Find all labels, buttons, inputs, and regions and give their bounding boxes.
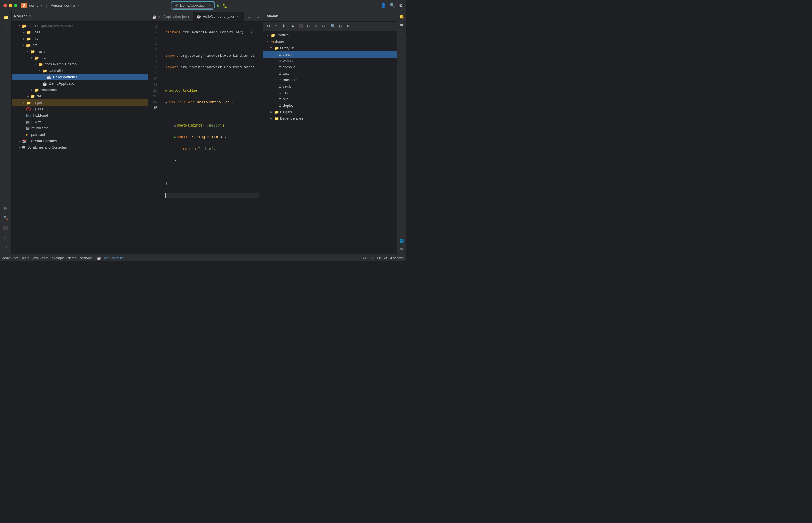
tab-options-icon[interactable]: ⋯ (254, 14, 261, 21)
tab-dropdown-icon[interactable]: ▼ (246, 14, 252, 21)
settings-icon[interactable]: ⚙ (399, 3, 403, 8)
sidebar-item-controller[interactable]: ▼ 📂 controller (12, 68, 148, 74)
search-icon[interactable]: 🔍 (390, 3, 395, 8)
folder-open-icon: 📂 (38, 62, 43, 67)
problems-icon[interactable]: ⚠ (1, 233, 11, 242)
goal-icon: ⚙ (278, 65, 282, 70)
run-more-button[interactable]: ⋮ (230, 3, 234, 8)
maven-tab-icon[interactable]: m (398, 21, 405, 28)
encoding[interactable]: UTF-8 (377, 256, 387, 260)
run-tool-icon[interactable]: ▶ (1, 203, 11, 213)
chevron-icon: ▼ (21, 101, 25, 104)
code-editor[interactable]: 1 2 3 4 5 6 7 8 9 10 11 12 13 14 15 pack… (148, 21, 263, 254)
maven-item-package[interactable]: ⚙ package (263, 77, 397, 83)
build-icon[interactable]: 🔨 (1, 213, 11, 222)
sidebar-item-java[interactable]: ▼ 📂 java (12, 55, 148, 61)
maven-header: Maven (263, 11, 397, 21)
maven-collapse-icon[interactable]: ⊟ (337, 23, 344, 30)
debug-button[interactable]: 🐛 (222, 3, 227, 8)
tab-hello-controller[interactable]: ☕ HelloController.java ✕ (193, 12, 244, 21)
sidebar-item-idea[interactable]: ▶ 📁 .idea (12, 29, 148, 35)
maven-settings-icon[interactable]: ⚙ (345, 23, 352, 30)
maven-download-icon[interactable]: ⬇ (280, 23, 287, 30)
tab-demo-application[interactable]: ☕ moApplication.java (148, 12, 193, 21)
maven-item-site[interactable]: ⚙ site (263, 96, 397, 102)
maven-item-install[interactable]: ⚙ install (263, 90, 397, 96)
indent-setting[interactable]: 4 spaces (390, 256, 404, 260)
code-content[interactable]: package com.example.demo.controller; ✓ i… (162, 21, 263, 254)
line-numbers: 1 2 3 4 5 6 7 8 9 10 11 12 13 14 15 (148, 21, 162, 254)
sidebar-item-src[interactable]: ▼ 📂 src (12, 42, 148, 48)
gradle-icon[interactable]: m (398, 245, 405, 252)
sidebar-item-pom-xml[interactable]: m pom.xml (12, 131, 148, 138)
title-bar: D demo ▼ | Version control ▼ ⚙ DemoAppli… (0, 0, 406, 11)
code-line-11: return "hello"; (165, 146, 259, 152)
code-line-3: import org.springframework.web.bind.anno… (165, 53, 259, 59)
run-button[interactable]: ▶ (216, 3, 220, 8)
java-file-icon: ☕ (42, 82, 47, 86)
maven-item-dependencies[interactable]: ▶ 📁 Dependencies (263, 115, 397, 122)
sidebar-item-help-md[interactable]: M↓ HELP.md (12, 112, 148, 119)
notifications-icon[interactable]: 🔔 (398, 13, 405, 20)
sidebar-item-main[interactable]: ▼ 📂 main (12, 48, 148, 55)
minimize-button[interactable] (9, 4, 12, 7)
maven-item-compile[interactable]: ⚙ compile (263, 64, 397, 70)
sidebar-item-hello-controller[interactable]: ☕ HelloController (12, 74, 148, 80)
maven-add-icon[interactable]: ⊕ (272, 23, 279, 30)
maven-item-deploy[interactable]: ⚙ deploy (263, 102, 397, 109)
sidebar-item-mvnw-cmd[interactable]: ▤ mvnw.cmd (12, 125, 148, 131)
globe-icon[interactable]: 🌐 (398, 237, 405, 244)
sidebar-item-resources[interactable]: ▶ 📁 resources (12, 87, 148, 93)
commit-icon[interactable]: ✓ (1, 23, 11, 32)
sidebar-item-scratches-consoles[interactable]: ▶ ☰ Scratches and Consoles (12, 144, 148, 151)
goal-icon: ⚙ (278, 97, 282, 102)
terminal-icon[interactable]: ⬛ (1, 223, 11, 232)
maven-item-plugins[interactable]: ▶ 📁 Plugins (263, 109, 397, 115)
maximize-button[interactable] (14, 4, 17, 7)
sidebar-item-mvnw[interactable]: ▤ mvnw (12, 119, 148, 125)
maven-item-clean[interactable]: ⚙ clean (263, 51, 397, 58)
sidebar-item-target[interactable]: ▼ 📁 target (12, 100, 148, 106)
code-line-2 (165, 41, 259, 47)
profile-icon[interactable]: 👤 (381, 3, 386, 8)
sidebar-item-mvn[interactable]: ▶ 📁 .mvn (12, 35, 148, 42)
xml-icon: m (26, 133, 30, 137)
sidebar-item-test[interactable]: ▶ 📁 test (12, 93, 148, 100)
sidebar-item-demo-application[interactable]: ☕ DemoApplication (12, 80, 148, 87)
structure-icon[interactable]: ⋮ (1, 33, 11, 42)
version-control-menu[interactable]: Version control ▼ (51, 3, 80, 7)
tab-close-button[interactable]: ✕ (236, 15, 240, 19)
maven-item-verify[interactable]: ⚙ verify (263, 83, 397, 90)
maven-item-profiles[interactable]: ▶ 📁 Profiles (263, 32, 397, 38)
maven-toggle-offline-icon[interactable]: ⊘ (312, 23, 319, 30)
maven-debug-icon[interactable]: ⬛ (297, 23, 304, 30)
tab-bar: ☕ moApplication.java ☕ HelloController.j… (148, 11, 263, 21)
sidebar-item-demo-root[interactable]: ▼ 📂 demo ~/project/java/test/demo (12, 23, 148, 29)
sidebar-item-external-libraries[interactable]: ▶ 📚 External Libraries (12, 138, 148, 144)
sidebar-item-com-example-demo[interactable]: ▼ 📂 com.example.demo (12, 61, 148, 68)
maven-close-icon[interactable]: ✕ (320, 23, 327, 30)
maven-item-test[interactable]: ⚙ test (263, 70, 397, 77)
maven-skip-tests-icon[interactable]: ⊗ (305, 23, 312, 30)
tab-more-area: ▼ ⋯ (244, 14, 263, 21)
maven-search-icon[interactable]: 🔍 (330, 23, 336, 30)
project-view-icon[interactable]: 📁 (1, 13, 11, 22)
maven-refresh-icon[interactable]: ↻ (265, 23, 272, 30)
chevron-icon: ▼ (34, 63, 38, 66)
maven-item-lifecycle[interactable]: ▼ 📁 Lifecycle (263, 45, 397, 51)
project-name[interactable]: demo ▼ (29, 3, 42, 7)
goal-icon: ⚙ (278, 78, 282, 82)
external-libs-icon: 📚 (22, 139, 27, 143)
line-ending[interactable]: LF (370, 256, 374, 260)
sidebar-item-gitignore[interactable]: 🚫 .gitignore (12, 106, 148, 112)
maven-item-demo[interactable]: ▼ m demo (263, 38, 397, 45)
list-icon[interactable]: ≡ (398, 29, 405, 36)
folder-open-icon: 📂 (34, 56, 39, 60)
git-icon[interactable]: ⑂ (1, 243, 11, 252)
maven-run-icon[interactable]: ▶ (289, 23, 297, 30)
close-button[interactable] (3, 4, 7, 7)
run-configuration[interactable]: ⚙ DemoApplication ▼ (172, 2, 214, 9)
folder-icon: 📁 (34, 88, 39, 92)
cursor-position[interactable]: 15:1 (360, 256, 366, 260)
maven-item-validate[interactable]: ⚙ validate (263, 58, 397, 64)
